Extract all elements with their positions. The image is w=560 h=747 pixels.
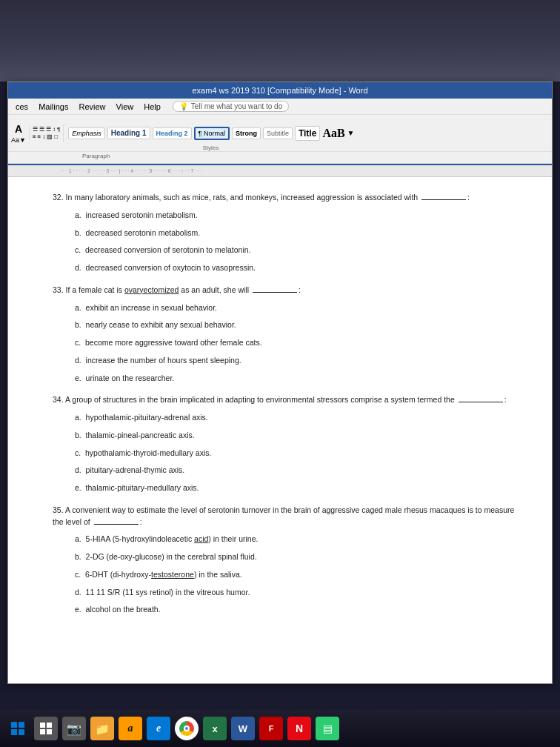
camera-icon[interactable]: 📷 (62, 717, 86, 740)
style-emphasis-button[interactable]: Emphasis (68, 127, 105, 139)
list-icon-1[interactable]: ☰ (33, 126, 38, 133)
question-35-text: 35. A convenient way to estimate the lev… (53, 505, 515, 528)
style-heading2-button[interactable]: Heading 2 (153, 127, 192, 139)
answer-34c: c. hypothalamic-thyroid-medullary axis. (75, 448, 515, 459)
answer-33d: d. increase the number of hours spent sl… (75, 355, 515, 367)
netflix-icon[interactable]: N (287, 717, 311, 740)
ribbon: A Aa▼ ☰ ☰ ☰ ↕ ¶ ≡ ≡ ↕ ▧ □ (8, 115, 552, 165)
svg-rect-2 (11, 729, 17, 735)
title-bar: exam4 ws 2019 310 [Compatibility Mode] -… (8, 82, 552, 99)
menu-item-help[interactable]: Help (139, 101, 165, 113)
answer-34a: a. hypothalamic-pituitary-adrenal axis. (75, 412, 515, 424)
question-34-text: 34. A group of structures in the brain i… (53, 394, 515, 406)
blank-32 (421, 199, 466, 200)
answer-34b: b. thalamic-pineal-pancreatic axis. (75, 430, 515, 442)
answers-35: a. 5-HIAA (5-hydroxylindoleacetic acid) … (53, 534, 515, 616)
windows-icon[interactable] (6, 717, 30, 740)
svg-rect-0 (11, 722, 17, 728)
answers-33: a. exhibit an increase in sexual behavio… (53, 302, 515, 385)
answer-35e: e. alcohol on the breath. (75, 604, 515, 616)
question-33: 33. If a female cat is ovaryectomized as… (53, 285, 515, 385)
style-normal-button[interactable]: ¶ Normal (194, 127, 230, 140)
style-title-button[interactable]: Title (295, 126, 320, 141)
styles-label: Styles (202, 145, 219, 151)
answer-35a: a. 5-HIAA (5-hydroxylindoleacetic acid) … (75, 534, 515, 545)
svg-rect-6 (40, 729, 45, 734)
svg-rect-5 (47, 723, 52, 728)
answer-33b: b. nearly cease to exhibit any sexual be… (75, 319, 515, 331)
tell-me-box[interactable]: 💡 Tell me what you want to do (173, 101, 289, 112)
answer-33a: a. exhibit an increase in sexual behavio… (75, 302, 515, 314)
folder-icon[interactable]: 📁 (90, 717, 114, 740)
question-34: 34. A group of structures in the brain i… (53, 394, 515, 494)
file-manager-icon[interactable] (34, 717, 58, 740)
question-33-text: 33. If a female cat is ovaryectomized as… (53, 285, 515, 296)
svg-rect-3 (19, 729, 24, 735)
green-app-icon[interactable]: ▤ (316, 717, 339, 740)
list-icon-3[interactable]: ☰ (46, 126, 51, 133)
aa-dropdown[interactable]: Aa▼ (11, 136, 26, 144)
edge-icon[interactable]: e (147, 717, 170, 740)
question-35: 35. A convenient way to estimate the lev… (53, 505, 515, 616)
style-heading1-button[interactable]: Heading 1 (107, 127, 150, 139)
answer-32a: a. increased serotonin metabolism. (75, 210, 515, 222)
blank-34 (459, 402, 503, 402)
tell-me-text: Tell me what you want to do (191, 102, 282, 110)
answer-33e: e. urinate on the researcher. (75, 373, 515, 385)
menu-item-view[interactable]: View (112, 101, 139, 113)
taskbar: 📷 📁 a e x W F N ▤ (0, 710, 560, 747)
styles-dropdown[interactable]: ▼ (347, 129, 355, 137)
question-32-text: 32. In many laboratory animals, such as … (53, 192, 515, 204)
style-subtitle-button[interactable]: Subtitle (263, 127, 293, 139)
answer-34e: e. thalamic-pituitary-medullary axis. (75, 482, 515, 494)
top-photo-area (0, 0, 560, 82)
sort-icon[interactable]: ↕ (53, 126, 56, 133)
testosterone-word: testosterone (151, 570, 194, 579)
shading-icon[interactable]: ▧ (47, 133, 53, 140)
pilcrow-icon[interactable]: ¶ (57, 126, 60, 133)
styles-section: Emphasis Heading 1 Heading 2 ¶ Normal St… (63, 124, 357, 142)
svg-rect-1 (19, 722, 24, 728)
style-aab-button[interactable]: AaB (322, 127, 344, 140)
document-area[interactable]: 32. In many laboratory animals, such as … (8, 177, 552, 683)
amazon-icon[interactable]: a (119, 717, 142, 740)
acid-word: acid (194, 534, 208, 543)
answer-35d: d. 11 11 S/R (11 sys retinol) in the vit… (75, 587, 515, 599)
answer-35b: b. 2-DG (de-oxy-glucose) in the cerebral… (75, 551, 515, 563)
answer-32b: b. decreased serotonin metabolism. (75, 228, 515, 239)
menu-item-review[interactable]: Review (74, 101, 110, 113)
format-a-large: A (15, 123, 22, 135)
indent-left[interactable]: ≡ (33, 133, 36, 140)
answer-32c: c. decreased conversion of serotonin to … (75, 245, 515, 256)
paragraph-section-label: Paragraph (82, 153, 110, 159)
ovaryectomized-word: ovaryectomized (124, 285, 179, 294)
word-window: exam4 ws 2019 310 [Compatibility Mode] -… (7, 82, 553, 684)
list-icon-2[interactable]: ☰ (39, 126, 44, 133)
line-spacing[interactable]: ↕ (42, 133, 45, 140)
menu-bar: ces Mailings Review View Help 💡 Tell me … (8, 99, 552, 115)
word-icon[interactable]: W (231, 717, 255, 740)
answers-34: a. hypothalamic-pituitary-adrenal axis. … (53, 412, 515, 494)
excel-icon[interactable]: x (203, 717, 227, 740)
question-32: 32. In many laboratory animals, such as … (53, 192, 515, 274)
title-text: exam4 ws 2019 310 [Compatibility Mode] -… (192, 86, 367, 95)
answers-32: a. increased serotonin metabolism. b. de… (53, 210, 515, 274)
menu-item-ces[interactable]: ces (11, 101, 33, 113)
style-strong-button[interactable]: Strong (232, 127, 261, 139)
border-icon[interactable]: □ (54, 133, 58, 140)
answer-34d: d. pituitary-adrenal-thymic axis. (75, 465, 515, 477)
filezilla-icon[interactable]: F (259, 717, 283, 740)
svg-rect-4 (40, 723, 45, 728)
blank-35 (94, 524, 139, 525)
answer-35c: c. 6-DHT (di-hydroxy-testosterone) in th… (75, 569, 515, 581)
chrome-icon[interactable] (175, 717, 199, 740)
blank-33 (253, 292, 297, 293)
answer-33c: c. become more aggressive toward other f… (75, 337, 515, 349)
ruler: · · · 1 · · · · · 2 · · · · · 3 · · · | … (8, 165, 552, 177)
answer-32d: d. decreased conversion of oxytocin to v… (75, 262, 515, 274)
indent-right[interactable]: ≡ (38, 133, 41, 140)
menu-item-mailings[interactable]: Mailings (34, 101, 73, 113)
lightbulb-icon: 💡 (179, 102, 188, 110)
ruler-label: · · · 1 · · · · · 2 · · · · · 3 · · · | … (60, 168, 202, 173)
svg-rect-7 (47, 729, 52, 734)
